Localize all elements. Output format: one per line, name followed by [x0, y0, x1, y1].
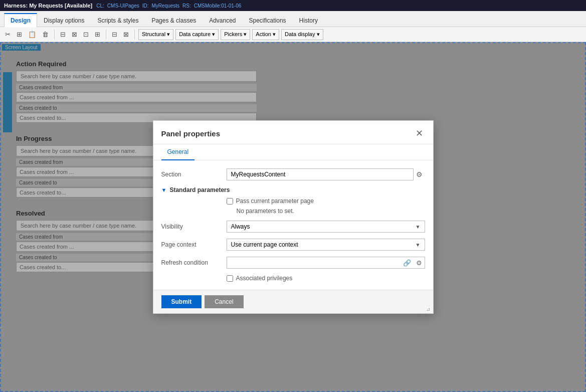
page-context-value: Use current page context	[231, 241, 298, 248]
refresh-icon-group: 🔗 ⚙	[401, 258, 425, 268]
id-label: ID:	[142, 3, 149, 9]
modal-overlay: Panel properties ✕ General Section ⚙	[0, 42, 586, 392]
page-context-control: Use current page context ▼	[227, 239, 425, 251]
standard-parameters-section: ▼ Standard parameters Pass current param…	[161, 186, 425, 215]
toolbar-delete[interactable]: 🗑	[40, 30, 51, 39]
pass-current-param-checkbox[interactable]	[227, 198, 233, 205]
toolbar-sep-3	[134, 30, 135, 40]
visibility-row: Visibility Always ▼	[161, 221, 425, 233]
toolbar-paste[interactable]: 📋	[26, 30, 38, 39]
modal-close-button[interactable]: ✕	[414, 128, 425, 139]
section-control: ⚙	[227, 168, 425, 180]
associated-privileges-row: Associated privileges	[227, 275, 425, 282]
section-row: Section ⚙	[161, 168, 425, 180]
visibility-label: Visibility	[161, 223, 227, 230]
tab-specifications[interactable]: Specifications	[243, 14, 293, 27]
cancel-button[interactable]: Cancel	[205, 295, 243, 308]
toolbar-cut[interactable]: ✂	[3, 30, 13, 39]
refresh-condition-link-icon[interactable]: 🔗	[401, 258, 414, 268]
visibility-select[interactable]: Always ▼	[227, 221, 425, 233]
action-dropdown[interactable]: Action ▾	[252, 29, 279, 40]
meta-info: CL: CMS-UIPages ID: MyRequests RS: CMSMo…	[96, 3, 241, 9]
visibility-value: Always	[231, 223, 250, 230]
refresh-condition-row: Refresh condition 🔗 ⚙	[161, 257, 425, 269]
section-input-group: ⚙	[227, 168, 425, 180]
rs-value: CMSMobile:01-01-06	[194, 3, 242, 9]
data-capture-dropdown[interactable]: Data capture ▾	[175, 29, 219, 40]
visibility-control: Always ▼	[227, 221, 425, 233]
panel-properties-modal: Panel properties ✕ General Section ⚙	[153, 120, 434, 314]
refresh-condition-input[interactable]	[227, 257, 401, 268]
cl-value: CMS-UIPages	[107, 3, 139, 9]
toolbar-grid[interactable]: ⊞	[93, 30, 102, 39]
pass-current-param-row: Pass current parameter page	[227, 198, 425, 205]
tab-pages-classes[interactable]: Pages & classes	[145, 14, 203, 27]
associated-privileges-label: Associated privileges	[236, 275, 293, 282]
tab-history[interactable]: History	[293, 14, 324, 27]
toolbar-sep-2	[106, 30, 106, 40]
data-display-dropdown[interactable]: Data display ▾	[281, 29, 323, 40]
tab-advanced[interactable]: Advanced	[203, 14, 242, 27]
page-context-row: Page context Use current page context ▼	[161, 239, 425, 251]
title-bar: Harness: My Requests [Available] CL: CMS…	[0, 0, 586, 11]
collapse-arrow-icon: ▼	[161, 187, 167, 193]
section-settings-icon[interactable]: ⚙	[414, 169, 425, 179]
structural-dropdown[interactable]: Structural ▾	[138, 29, 173, 40]
pickers-dropdown[interactable]: Pickers ▾	[221, 29, 250, 40]
toolbar-col[interactable]: ⊠	[121, 30, 131, 39]
page-context-label: Page context	[161, 241, 227, 248]
modal-title: Panel properties	[161, 129, 221, 138]
toolbar-table[interactable]: ⊟	[110, 30, 119, 39]
modal-footer: Submit Cancel	[153, 290, 433, 313]
refresh-condition-settings-icon[interactable]: ⚙	[414, 258, 425, 268]
refresh-condition-control: 🔗 ⚙	[227, 257, 425, 269]
modal-tab-general[interactable]: General	[161, 144, 195, 160]
rs-label: RS:	[182, 3, 191, 9]
associated-privileges-checkbox[interactable]	[227, 275, 233, 282]
toolbar: ✂ ⊞ 📋 🗑 ⊟ ⊠ ⊡ ⊞ ⊟ ⊠ Structural ▾ Data ca…	[0, 27, 586, 42]
toolbar-align-left[interactable]: ⊟	[58, 30, 68, 39]
pass-current-param-label: Pass current parameter page	[236, 198, 314, 205]
refresh-input-group: 🔗 ⚙	[227, 257, 425, 269]
modal-body: Section ⚙ ▼ Standard parameters	[153, 160, 433, 290]
section-label: Section	[161, 171, 227, 178]
modal-header: Panel properties ✕	[153, 121, 433, 144]
submit-button[interactable]: Submit	[161, 295, 202, 308]
visibility-dropdown-icon: ▼	[416, 224, 421, 230]
toolbar-align-center[interactable]: ⊠	[70, 30, 79, 39]
page-context-dropdown-icon: ▼	[416, 242, 421, 248]
modal-tab-bar: General	[153, 144, 433, 160]
resize-handle[interactable]: ⊿	[426, 306, 432, 312]
toolbar-copy[interactable]: ⊞	[15, 30, 24, 39]
tab-scripts-styles[interactable]: Scripts & styles	[91, 14, 145, 27]
no-params-text: No parameters to set.	[237, 208, 425, 215]
tab-display-options[interactable]: Display options	[37, 14, 91, 27]
main-content: Screen Layout Action Required Cases crea…	[0, 42, 586, 392]
toolbar-align-right[interactable]: ⊡	[81, 30, 91, 39]
refresh-condition-label: Refresh condition	[161, 259, 227, 266]
standard-parameters-title: Standard parameters	[169, 186, 230, 193]
page-context-select[interactable]: Use current page context ▼	[227, 239, 425, 251]
tab-design[interactable]: Design	[4, 13, 37, 27]
main-tab-bar: Design Display options Scripts & styles …	[0, 11, 586, 27]
standard-parameters-header[interactable]: ▼ Standard parameters	[161, 186, 425, 193]
window-title: Harness: My Requests [Available]	[4, 3, 92, 9]
section-input[interactable]	[227, 168, 414, 180]
toolbar-sep-1	[54, 30, 55, 40]
cl-label: CL:	[96, 3, 104, 9]
id-value: MyRequests	[152, 3, 180, 9]
